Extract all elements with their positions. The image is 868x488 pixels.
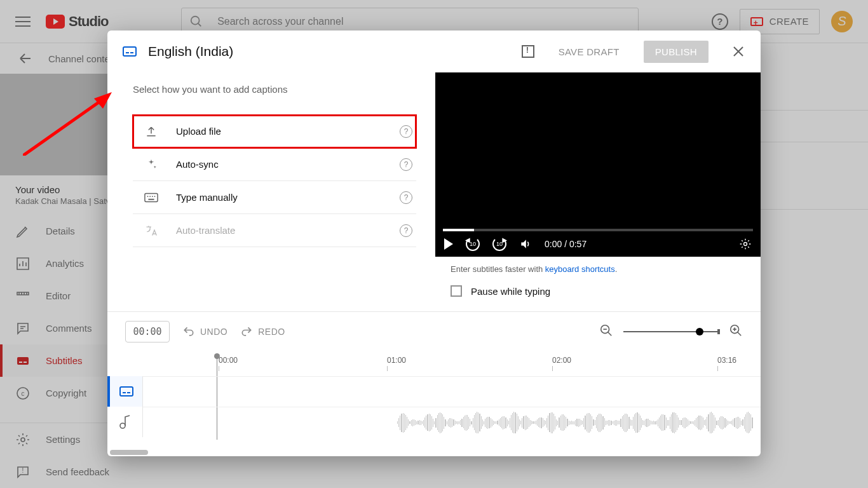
caption-track-label[interactable] bbox=[107, 376, 142, 407]
pause-while-typing-label: Pause while typing bbox=[471, 286, 550, 297]
modal-title: English (India) bbox=[148, 44, 510, 59]
upload-icon bbox=[144, 125, 158, 138]
svg-point-11 bbox=[149, 196, 151, 197]
timeline-tracks bbox=[107, 376, 761, 437]
timeline-scrollbar[interactable] bbox=[110, 450, 148, 455]
ruler-tick: 02:00 bbox=[552, 356, 571, 365]
save-draft-button[interactable]: SAVE DRAFT bbox=[559, 46, 620, 57]
ruler-tick: 03:16 bbox=[717, 356, 736, 365]
zoom-out-button[interactable] bbox=[599, 323, 613, 340]
option-auto-translate: Auto-translate ? bbox=[133, 214, 416, 247]
svg-point-12 bbox=[152, 196, 153, 197]
caption-method-panel: Select how you want to add captions Uplo… bbox=[107, 72, 435, 311]
audio-track-label[interactable] bbox=[107, 407, 142, 437]
keyboard-shortcut-hint: Enter subtitles faster with keyboard sho… bbox=[435, 257, 761, 281]
help-icon[interactable]: ? bbox=[400, 125, 412, 138]
ruler-tick: 01:00 bbox=[387, 356, 406, 365]
skip-back-10-icon[interactable]: 10◀ bbox=[466, 237, 480, 251]
zoom-in-button[interactable] bbox=[729, 323, 743, 340]
modal-header: English (India) SAVE DRAFT PUBLISH bbox=[107, 30, 761, 72]
audio-track[interactable] bbox=[143, 407, 761, 437]
captions-icon bbox=[119, 386, 133, 396]
svg-line-20 bbox=[738, 332, 742, 336]
caption-prompt: Select how you want to add captions bbox=[133, 84, 416, 95]
music-note-icon bbox=[119, 415, 131, 429]
keyboard-shortcuts-link[interactable]: keyboard shortcuts bbox=[545, 264, 615, 274]
zoom-slider[interactable] bbox=[623, 331, 719, 332]
timeline-ruler[interactable]: 00:00 01:00 02:00 03:16 bbox=[107, 351, 761, 376]
timeline-toolbar: 00:00 UNDO REDO bbox=[107, 311, 761, 351]
play-icon[interactable] bbox=[444, 238, 453, 250]
audio-waveform bbox=[397, 410, 754, 435]
help-icon[interactable]: ? bbox=[400, 191, 412, 204]
svg-point-13 bbox=[154, 196, 156, 197]
send-feedback-icon[interactable] bbox=[522, 45, 534, 58]
option-auto-sync[interactable]: Auto-sync ? bbox=[133, 148, 416, 181]
close-icon[interactable] bbox=[731, 44, 745, 58]
caption-track[interactable] bbox=[143, 376, 761, 407]
svg-point-10 bbox=[147, 196, 149, 197]
option-upload-file[interactable]: Upload file ? bbox=[133, 115, 416, 148]
undo-button[interactable]: UNDO bbox=[182, 325, 227, 338]
undo-icon bbox=[182, 325, 195, 338]
video-time-display: 0:00 / 0:57 bbox=[545, 239, 587, 249]
svg-point-23 bbox=[120, 423, 125, 428]
sparkle-icon bbox=[144, 158, 158, 171]
video-player[interactable]: 10◀ 10◀ 0:00 / 0:57 bbox=[435, 72, 761, 257]
option-type-manually[interactable]: Type manually ? bbox=[133, 181, 416, 214]
svg-rect-14 bbox=[148, 198, 154, 200]
help-icon[interactable]: ? bbox=[400, 158, 412, 171]
volume-icon[interactable] bbox=[519, 238, 532, 250]
captions-icon bbox=[123, 46, 137, 57]
player-settings-icon[interactable] bbox=[739, 238, 752, 250]
redo-button[interactable]: REDO bbox=[240, 325, 285, 338]
svg-point-15 bbox=[744, 243, 747, 246]
skip-forward-10-icon[interactable]: 10◀ bbox=[492, 237, 506, 251]
publish-button[interactable]: PUBLISH bbox=[644, 41, 709, 63]
help-icon[interactable]: ? bbox=[400, 224, 412, 237]
timecode-input[interactable]: 00:00 bbox=[125, 321, 170, 342]
translate-icon bbox=[144, 224, 158, 237]
svg-line-17 bbox=[608, 332, 612, 336]
keyboard-icon bbox=[144, 193, 158, 203]
svg-rect-9 bbox=[145, 193, 158, 201]
ruler-tick: 00:00 bbox=[219, 356, 238, 365]
caption-editor-modal: English (India) SAVE DRAFT PUBLISH Selec… bbox=[107, 30, 761, 456]
redo-icon bbox=[240, 325, 253, 338]
pause-while-typing-checkbox[interactable] bbox=[451, 285, 462, 297]
